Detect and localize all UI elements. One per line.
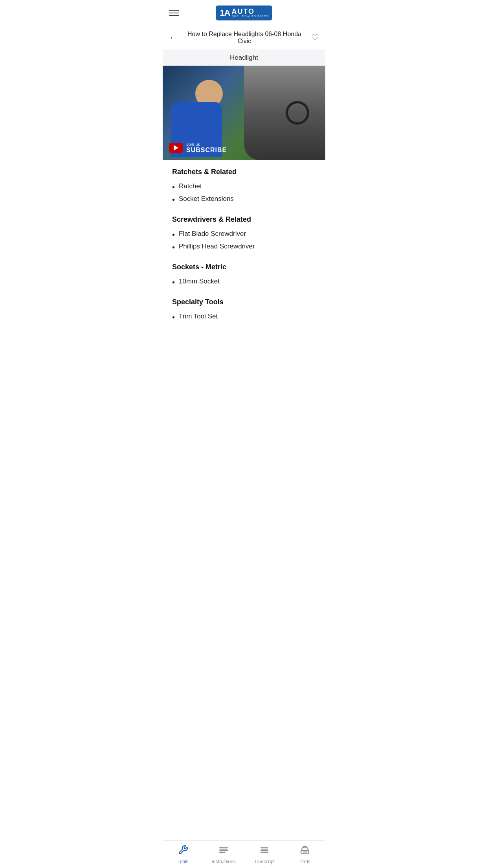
svg-point-7 — [220, 850, 221, 851]
tab-parts[interactable]: Parts — [285, 841, 326, 868]
app-header: 1A AUTO QUALITY AUTO PARTS — [163, 0, 325, 26]
parts-tab-label: Parts — [299, 859, 310, 864]
logo-quality-text: QUALITY AUTO PARTS — [231, 15, 268, 18]
screwdrivers-title: Screwdrivers & Related — [172, 215, 316, 224]
sockets-list: 10mm Socket — [172, 276, 316, 289]
subscribe-badge: Join us SUBSCRIBE — [169, 142, 227, 154]
transcript-tab-label: Transcript — [254, 859, 275, 864]
ratchets-list: Ratchet Socket Extensions — [172, 181, 316, 206]
video-thumbnail[interactable]: Join us SUBSCRIBE — [163, 66, 325, 160]
favorite-button[interactable]: ♡ — [311, 33, 319, 43]
tool-category-screwdrivers: Screwdrivers & Related Flat Blade Screwd… — [172, 215, 316, 254]
hamburger-button[interactable] — [169, 10, 179, 16]
specialty-title: Specialty Tools — [172, 298, 316, 306]
parts-icon — [300, 845, 310, 857]
page-title: How to Replace Headlights 06-08 Honda Ci… — [182, 31, 306, 45]
svg-point-5 — [220, 847, 221, 848]
tab-tools[interactable]: Tools — [163, 841, 204, 868]
back-button[interactable]: ← — [169, 33, 178, 43]
tool-category-ratchets: Ratchets & Related Ratchet Socket Extens… — [172, 168, 316, 206]
svg-point-8 — [220, 852, 221, 853]
svg-point-6 — [220, 848, 221, 849]
tool-category-sockets: Sockets - Metric 10mm Socket — [172, 263, 316, 289]
specialty-list: Trim Tool Set — [172, 311, 316, 324]
instructions-tab-label: Instructions — [212, 859, 236, 864]
logo-auto-text: AUTO — [231, 8, 255, 15]
navigation-bar: ← How to Replace Headlights 06-08 Honda … — [163, 26, 325, 50]
list-item: Flat Blade Screwdriver — [172, 228, 316, 241]
list-item: Trim Tool Set — [172, 311, 316, 324]
logo-1a-text: 1A — [220, 9, 230, 17]
screwdrivers-list: Flat Blade Screwdriver Phillips Head Scr… — [172, 228, 316, 254]
join-us-text: Join us — [186, 142, 227, 147]
tab-transcript[interactable]: Transcript — [244, 841, 285, 868]
car-interior — [244, 66, 325, 160]
list-item: Ratchet — [172, 181, 316, 193]
tools-content: Ratchets & Related Ratchet Socket Extens… — [163, 160, 325, 372]
tab-bar: Tools Instructions — [163, 840, 325, 868]
tool-category-specialty: Specialty Tools Trim Tool Set — [172, 298, 316, 324]
list-item: Socket Extensions — [172, 193, 316, 206]
list-item: 10mm Socket — [172, 276, 316, 289]
tools-icon — [178, 845, 188, 857]
steering-wheel — [286, 101, 309, 125]
list-item: Phillips Head Screwdriver — [172, 241, 316, 254]
category-label: Headlight — [163, 50, 325, 66]
ratchets-title: Ratchets & Related — [172, 168, 316, 176]
instructions-icon — [218, 845, 229, 857]
subscribe-text: SUBSCRIBE — [186, 147, 227, 154]
youtube-play-icon — [169, 143, 183, 153]
tab-instructions[interactable]: Instructions — [204, 841, 244, 868]
tools-tab-label: Tools — [178, 859, 189, 864]
sockets-title: Sockets - Metric — [172, 263, 316, 271]
transcript-icon — [259, 845, 270, 857]
logo: 1A AUTO QUALITY AUTO PARTS — [216, 6, 272, 20]
